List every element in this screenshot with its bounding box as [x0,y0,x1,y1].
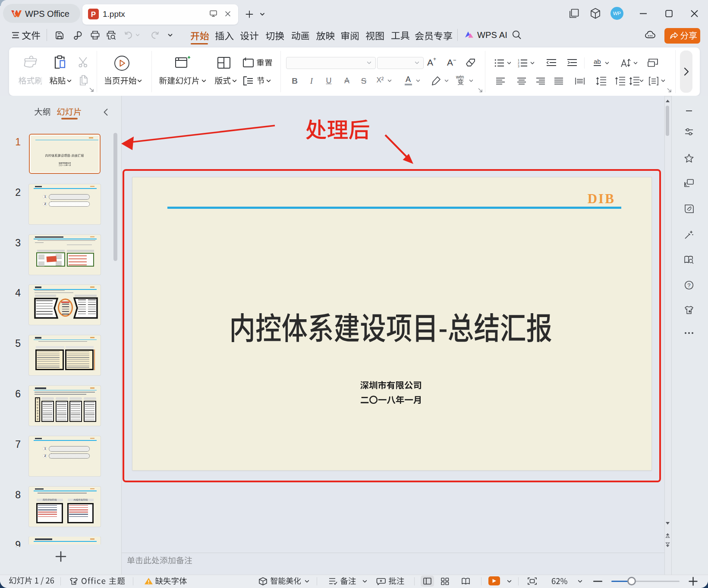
svg-text:2: 2 [518,62,519,65]
svg-text:?: ? [687,282,690,289]
svg-text:3: 3 [518,65,519,68]
